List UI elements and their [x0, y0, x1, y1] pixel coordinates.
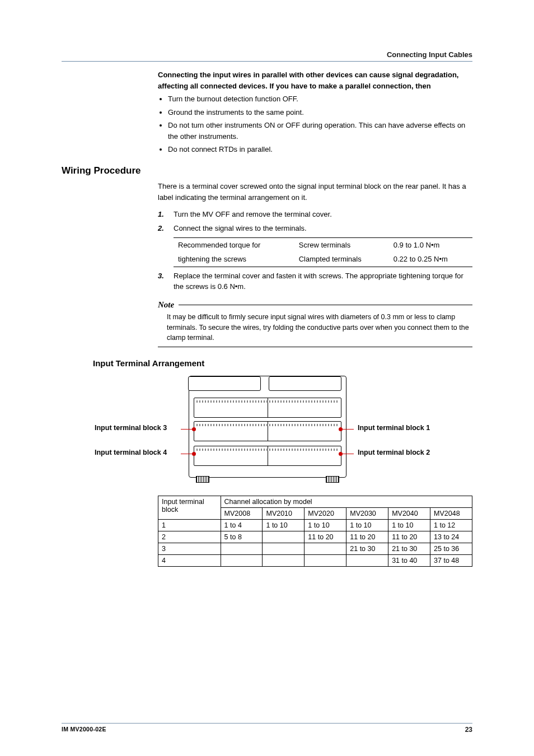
parallel-warning-paragraph: Connecting the input wires in parallel w…: [158, 69, 472, 91]
callout-lead: [181, 429, 192, 430]
callout-lead: [343, 454, 354, 454]
list-item: Do not connect RTDs in parallel.: [168, 144, 472, 155]
model-header: MV2020: [305, 508, 346, 520]
cell: 25 to 36: [430, 543, 472, 555]
cell: 1 to 10: [346, 520, 388, 531]
torque-label-line2: tightening the screws: [174, 252, 294, 267]
col0-line2: block: [162, 506, 178, 514]
callout-dot: [339, 427, 343, 431]
step-1: Turn the MV OFF and remove the terminal …: [158, 209, 472, 220]
screw-terminals-label: Screw terminals: [294, 237, 389, 252]
callout-dot: [192, 427, 196, 431]
cell: [221, 555, 263, 567]
label-block-1: Input terminal block 1: [358, 424, 430, 432]
callout-lead: [343, 429, 354, 430]
rear-panel-diagram: Input terminal block 3 Input terminal bl…: [116, 374, 418, 486]
cell: 1 to 4: [221, 520, 263, 531]
label-block-4: Input terminal block 4: [95, 449, 167, 456]
note-title: Note: [158, 300, 174, 310]
note-block: Note It may be difficult to firmly secur…: [158, 300, 472, 347]
cell: [346, 555, 388, 567]
row-index: 1: [158, 520, 221, 531]
label-block-3: Input terminal block 3: [95, 424, 167, 432]
cell: 11 to 20: [346, 531, 388, 543]
table-row: 3 21 to 30 21 to 30 25 to 36: [158, 543, 472, 555]
cell: 1 to 10: [388, 520, 430, 531]
cell: 37 to 48: [430, 555, 472, 567]
list-item: Do not turn other instruments ON or OFF …: [168, 120, 472, 142]
cell: 31 to 40: [388, 555, 430, 567]
cell: [263, 531, 305, 543]
col0-line1: Input terminal: [162, 498, 204, 506]
step-2: Connect the signal wires to the terminal…: [158, 223, 472, 267]
page-footer: IM MV2000-02E 23: [62, 723, 472, 734]
callout-dot: [339, 452, 343, 456]
cell: 21 to 30: [346, 543, 388, 555]
torque-label-line1: Recommended torque for: [174, 237, 294, 252]
wiring-steps: Turn the MV OFF and remove the terminal …: [158, 209, 472, 292]
wiring-procedure-heading: Wiring Procedure: [62, 165, 472, 176]
model-header: MV2010: [263, 508, 305, 520]
header-rule: [62, 61, 472, 62]
row-index: 2: [158, 531, 221, 543]
table-row: 1 1 to 4 1 to 10 1 to 10 1 to 10 1 to 10…: [158, 520, 472, 531]
channel-span-header: Channel allocation by model: [221, 496, 472, 508]
table-row: 4 31 to 40 37 to 48: [158, 555, 472, 567]
section-header: Connecting Input Cables: [62, 50, 472, 59]
model-header: MV2030: [346, 508, 388, 520]
clamp-terminals-value: 0.22 to 0.25 N•m: [389, 252, 472, 267]
list-item: Ground the instruments to the same point…: [168, 107, 472, 118]
cell: 1 to 10: [305, 520, 346, 531]
cell: 1 to 12: [430, 520, 472, 531]
cell: 21 to 30: [388, 543, 430, 555]
screw-terminals-value: 0.9 to 1.0 N•m: [389, 237, 472, 252]
step-3: Replace the terminal cover and fasten it…: [158, 270, 472, 292]
cell: 11 to 20: [305, 531, 346, 543]
note-rule: [179, 305, 472, 305]
list-item: Turn the burnout detection function OFF.: [168, 94, 472, 105]
model-header: MV2040: [388, 508, 430, 520]
arrangement-heading: Input Terminal Arrangement: [93, 358, 472, 368]
wiring-intro: There is a terminal cover screwed onto t…: [158, 181, 472, 203]
cell: [305, 555, 346, 567]
page-number: 23: [465, 726, 472, 734]
callout-lead: [181, 454, 192, 454]
callout-dot: [192, 452, 196, 456]
clamp-terminals-label: Clampted terminals: [294, 252, 389, 267]
cell: 11 to 20: [388, 531, 430, 543]
cell: 1 to 10: [263, 520, 305, 531]
cell: [305, 543, 346, 555]
model-header: MV2048: [430, 508, 472, 520]
cell: [263, 555, 305, 567]
channel-allocation-table: Input terminal block Channel allocation …: [158, 496, 472, 567]
step-2-text: Connect the signal wires to the terminal…: [174, 224, 307, 232]
cell: 5 to 8: [221, 531, 263, 543]
row-index: 3: [158, 543, 221, 555]
cell: 13 to 24: [430, 531, 472, 543]
model-header: MV2008: [221, 508, 263, 520]
doc-id: IM MV2000-02E: [62, 726, 106, 734]
cell: [221, 543, 263, 555]
torque-table: Recommended torque for Screw terminals 0…: [174, 237, 472, 267]
parallel-warning-list: Turn the burnout detection function OFF.…: [158, 94, 472, 155]
table-row: 2 5 to 8 11 to 20 11 to 20 11 to 20 13 t…: [158, 531, 472, 543]
label-block-2: Input terminal block 2: [358, 449, 430, 456]
note-body: It may be difficult to firmly secure inp…: [158, 310, 472, 347]
row-index: 4: [158, 555, 221, 567]
cell: [263, 543, 305, 555]
